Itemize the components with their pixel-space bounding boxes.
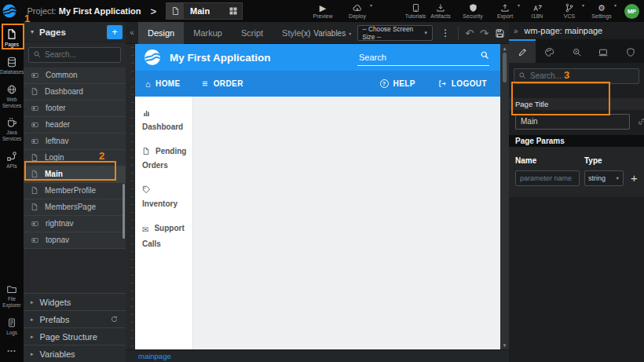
search-icon[interactable] [480, 50, 489, 60]
page-item-memberspage[interactable]: MembersPage [24, 199, 126, 216]
rail-more-button[interactable]: ••• [7, 341, 16, 362]
vcs-button[interactable]: VCS ▾ [557, 0, 582, 22]
collapse-panel-icon[interactable]: « [126, 28, 138, 37]
wavemaker-logo[interactable] [0, 0, 19, 22]
param-type-select[interactable]: string ▼ [584, 170, 624, 186]
rail-item-web-services[interactable]: Web Services [0, 80, 24, 114]
scroll-down-icon[interactable]: ▼ [503, 341, 507, 349]
shield-icon [469, 3, 478, 13]
tab-styles[interactable] [536, 39, 562, 63]
more-options-icon[interactable]: ⋮ [439, 27, 452, 38]
page-item-main[interactable]: Main [24, 166, 126, 183]
pencil-icon [518, 47, 528, 57]
nav-item-order[interactable]: ORDER [201, 79, 243, 88]
app-sidebar: Dashboard Pending Orders Inventory [135, 97, 193, 349]
refresh-icon[interactable] [110, 315, 119, 324]
rail-item-java-services[interactable]: Java Services [0, 113, 24, 147]
param-name-input[interactable] [515, 170, 580, 186]
caret-down-icon: ▾ [518, 2, 520, 8]
bind-link-icon[interactable] [637, 117, 644, 126]
page-grid-icon[interactable] [229, 6, 238, 16]
page-params-section-label: Page Params [509, 135, 644, 147]
app-preview-header[interactable]: My First Application [135, 44, 500, 71]
page-item-label: Dashboard [45, 87, 83, 96]
rail-item-apis[interactable]: APIs [0, 147, 24, 174]
redo-icon[interactable]: ↷ [480, 27, 488, 39]
pages-list-scrollbar[interactable] [123, 184, 125, 239]
app-sidebar-item-inventory[interactable]: Inventory [142, 183, 187, 211]
collapse-panel-icon[interactable]: » [514, 27, 518, 35]
status-breadcrumb[interactable]: mainpage [138, 352, 171, 360]
canvas-scrollbar[interactable]: ▲ ▼ [500, 44, 509, 349]
page-title-input[interactable] [515, 114, 630, 130]
page-item-dashboard[interactable]: Dashboard [24, 84, 126, 101]
section-page-structure[interactable]: ▸ Page Structure [24, 327, 126, 345]
page-item-label: topnav [46, 236, 69, 244]
page-file-icon [31, 203, 38, 211]
rail-label-java-services: Java Services [0, 130, 24, 142]
add-param-button[interactable]: + [631, 172, 638, 184]
screen-size-select[interactable]: -- Choose Screen Size -- ▼ [357, 25, 433, 41]
nav-item-help[interactable]: ? HELP [380, 79, 415, 88]
app-sidebar-item-support-calls[interactable]: ✉Support Calls [142, 221, 187, 251]
security-button[interactable]: Security [460, 0, 485, 22]
i18n-button[interactable]: I18N [525, 0, 550, 22]
page-file-icon [31, 186, 38, 195]
app-search-input[interactable] [357, 51, 489, 66]
settings-button[interactable]: ⚙ Settings ▾ [589, 0, 614, 22]
tab-search-properties[interactable] [563, 39, 590, 63]
rail-item-pages[interactable]: Pages [0, 24, 24, 53]
page-item-footer[interactable]: footer [24, 101, 126, 117]
page-item-topnav[interactable]: topnav [24, 232, 126, 249]
nav-item-home[interactable]: ⌂ HOME [145, 79, 181, 89]
zoom-clear-icon [572, 47, 582, 57]
page-file-icon [31, 170, 38, 178]
page-item-memberprofile[interactable]: MemberProfile [24, 183, 126, 199]
app-content-area[interactable] [193, 97, 500, 349]
tab-properties[interactable] [509, 39, 536, 63]
tab-markup[interactable]: Markup [184, 22, 232, 44]
design-canvas[interactable]: My First Application ⌂ HOME [135, 44, 500, 349]
pages-search-input[interactable] [28, 47, 121, 63]
topbar-left-actions: ▶ Preview Deploy ▾ Tutorials [310, 0, 428, 22]
scrollbar-thumb[interactable] [503, 53, 507, 82]
preview-button[interactable]: ▶ Preview [310, 0, 335, 22]
scroll-up-icon[interactable]: ▲ [503, 44, 507, 53]
tree-expanded-icon[interactable]: ▾ [31, 28, 34, 35]
section-prefabs[interactable]: ▸ Prefabs [24, 310, 126, 327]
section-widgets[interactable]: ▸ Widgets [24, 293, 126, 310]
export-button[interactable]: Export ▾ [492, 0, 518, 22]
user-avatar[interactable]: MP [624, 4, 639, 19]
variables-button[interactable]: (x) Variables ▾ [302, 29, 352, 38]
page-item-label: MembersPage [45, 203, 96, 211]
rail-item-databases[interactable]: Databases [0, 53, 24, 80]
save-icon[interactable] [495, 28, 505, 38]
page-item-login[interactable]: Login [24, 150, 126, 166]
project-label: Project: [27, 6, 56, 16]
tab-device[interactable] [590, 39, 617, 63]
device-icon [598, 47, 609, 57]
page-item-header[interactable]: header [24, 117, 126, 133]
tab-script[interactable]: Script [232, 22, 273, 44]
undo-icon[interactable]: ↶ [465, 27, 474, 39]
add-page-button[interactable]: + [107, 25, 123, 39]
inspector-search-input[interactable] [514, 68, 639, 84]
app-sidebar-item-pending-orders[interactable]: Pending Orders [142, 144, 187, 173]
deploy-button[interactable]: Deploy ▾ [345, 0, 370, 22]
tab-security[interactable] [617, 39, 644, 63]
artifacts-button[interactable]: Artifacts [428, 0, 453, 22]
section-variables[interactable]: ▸ Variables [24, 345, 126, 362]
tree-collapsed-icon: ▸ [31, 351, 34, 357]
pages-icon [6, 28, 17, 40]
section-label: Variables [40, 349, 75, 359]
rail-item-logs[interactable]: Logs [0, 313, 24, 341]
rail-item-file-explorer[interactable]: File Explorer [0, 280, 24, 313]
tab-design[interactable]: Design [138, 22, 184, 44]
app-sidebar-item-dashboard[interactable]: Dashboard [142, 106, 187, 134]
page-item-rightnav[interactable]: rightnav [24, 216, 126, 232]
nav-item-logout[interactable]: LOGOUT [437, 79, 487, 88]
page-item-common[interactable]: Common [24, 68, 126, 84]
page-selector-dropdown[interactable]: Main [166, 2, 243, 20]
tutorials-button[interactable]: Tutorials [403, 0, 428, 22]
page-item-leftnav[interactable]: leftnav [24, 133, 126, 150]
